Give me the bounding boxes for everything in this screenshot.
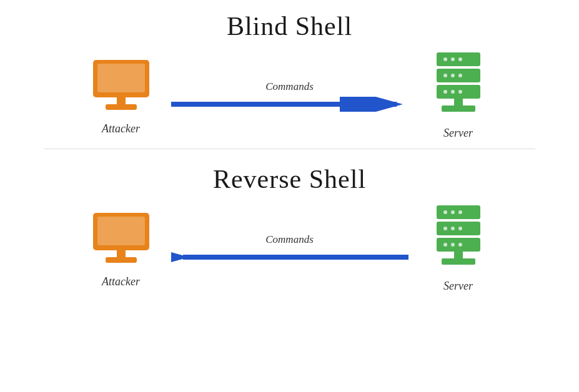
server-icon-reverse (430, 205, 487, 273)
svg-point-35 (443, 243, 447, 247)
svg-point-27 (443, 210, 447, 214)
svg-point-12 (451, 74, 455, 77)
svg-rect-22 (117, 250, 126, 258)
svg-point-33 (458, 227, 462, 230)
reverse-shell-arrow-container: Commands (171, 233, 408, 265)
blind-shell-arrow-container: Commands (171, 81, 408, 112)
svg-rect-2 (117, 97, 126, 105)
reverse-shell-arrow-label: Commands (265, 233, 314, 246)
blind-shell-server-node: Server (408, 52, 508, 140)
svg-point-15 (443, 90, 447, 94)
attacker-monitor-icon-reverse (90, 210, 152, 269)
blind-shell-arrow-label: Commands (265, 81, 314, 93)
svg-point-8 (451, 57, 455, 61)
reverse-shell-section: Reverse Shell Attacker Commands (0, 153, 579, 298)
svg-point-9 (458, 57, 462, 61)
svg-rect-38 (454, 252, 463, 259)
svg-rect-3 (106, 104, 137, 110)
svg-point-31 (443, 227, 447, 230)
attacker-monitor-icon (90, 57, 152, 116)
reverse-shell-attacker-label: Attacker (102, 275, 140, 288)
svg-point-29 (458, 210, 462, 214)
svg-point-16 (451, 90, 455, 94)
reverse-shell-title: Reverse Shell (213, 164, 366, 194)
blind-shell-arrow-right (171, 97, 408, 112)
svg-point-32 (451, 227, 455, 230)
svg-rect-19 (442, 105, 475, 112)
svg-rect-21 (97, 217, 145, 245)
svg-rect-1 (97, 64, 145, 92)
blind-shell-attacker-node: Attacker (71, 57, 171, 135)
section-divider (44, 149, 536, 149)
svg-point-28 (451, 210, 455, 214)
reverse-shell-server-label: Server (443, 280, 473, 293)
blind-shell-server-label: Server (443, 127, 473, 140)
svg-rect-39 (442, 258, 475, 265)
blind-shell-title: Blind Shell (227, 11, 352, 41)
reverse-shell-arrow-left (171, 250, 408, 265)
svg-rect-18 (454, 99, 463, 106)
reverse-shell-attacker-node: Attacker (71, 210, 171, 288)
blind-shell-diagram: Attacker Commands (0, 52, 579, 140)
blind-shell-section: Blind Shell Attacker Commands (0, 0, 579, 145)
blind-shell-attacker-label: Attacker (102, 122, 140, 135)
svg-rect-23 (106, 257, 137, 263)
server-icon-blind (430, 52, 487, 120)
svg-point-7 (443, 57, 447, 61)
svg-point-13 (458, 74, 462, 77)
reverse-shell-server-node: Server (408, 205, 508, 293)
svg-point-37 (458, 243, 462, 247)
svg-point-11 (443, 74, 447, 77)
svg-point-17 (458, 90, 462, 94)
reverse-shell-diagram: Attacker Commands (0, 205, 579, 293)
svg-point-36 (451, 243, 455, 247)
